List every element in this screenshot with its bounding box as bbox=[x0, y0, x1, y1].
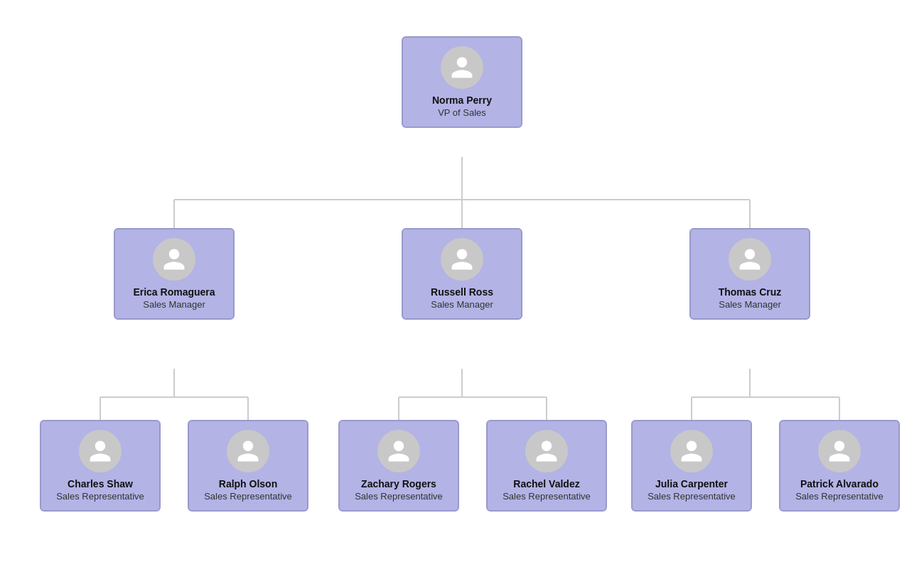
node-ralph[interactable]: Ralph Olson Sales Representative bbox=[188, 420, 308, 512]
role-rachel: Sales Representative bbox=[503, 491, 591, 502]
name-rachel: Rachel Valdez bbox=[513, 478, 579, 490]
node-julia[interactable]: Julia Carpenter Sales Representative bbox=[631, 420, 752, 512]
role-charles: Sales Representative bbox=[56, 491, 144, 502]
role-russell: Sales Manager bbox=[431, 299, 493, 310]
node-erica[interactable]: Erica Romaguera Sales Manager bbox=[114, 228, 235, 320]
node-norma[interactable]: Norma Perry VP of Sales bbox=[402, 36, 522, 128]
role-patrick: Sales Representative bbox=[795, 491, 883, 502]
node-zachary[interactable]: Zachary Rogers Sales Representative bbox=[338, 420, 459, 512]
node-rachel[interactable]: Rachel Valdez Sales Representative bbox=[486, 420, 607, 512]
name-thomas: Thomas Cruz bbox=[719, 286, 782, 298]
avatar-rachel bbox=[525, 430, 568, 472]
avatar-julia bbox=[670, 430, 713, 472]
avatar-patrick bbox=[818, 430, 861, 472]
role-julia: Sales Representative bbox=[648, 491, 736, 502]
avatar-zachary bbox=[377, 430, 420, 472]
name-patrick: Patrick Alvarado bbox=[800, 478, 879, 490]
node-thomas[interactable]: Thomas Cruz Sales Manager bbox=[689, 228, 810, 320]
node-patrick[interactable]: Patrick Alvarado Sales Representative bbox=[779, 420, 900, 512]
name-charles: Charles Shaw bbox=[68, 478, 133, 490]
role-norma: VP of Sales bbox=[438, 107, 486, 118]
org-chart: Norma Perry VP of Sales Erica Romaguera … bbox=[14, 8, 910, 576]
avatar-russell bbox=[441, 238, 483, 281]
role-zachary: Sales Representative bbox=[355, 491, 443, 502]
avatar-thomas bbox=[729, 238, 771, 281]
name-erica: Erica Romaguera bbox=[133, 286, 215, 298]
name-ralph: Ralph Olson bbox=[219, 478, 277, 490]
node-charles[interactable]: Charles Shaw Sales Representative bbox=[40, 420, 161, 512]
avatar-norma bbox=[441, 46, 483, 89]
name-russell: Russell Ross bbox=[431, 286, 493, 298]
role-erica: Sales Manager bbox=[143, 299, 205, 310]
node-russell[interactable]: Russell Ross Sales Manager bbox=[402, 228, 522, 320]
avatar-erica bbox=[153, 238, 195, 281]
name-zachary: Zachary Rogers bbox=[361, 478, 436, 490]
role-thomas: Sales Manager bbox=[719, 299, 780, 310]
avatar-ralph bbox=[227, 430, 269, 472]
name-julia: Julia Carpenter bbox=[655, 478, 728, 490]
avatar-charles bbox=[79, 430, 122, 472]
name-norma: Norma Perry bbox=[432, 94, 492, 106]
role-ralph: Sales Representative bbox=[204, 491, 292, 502]
